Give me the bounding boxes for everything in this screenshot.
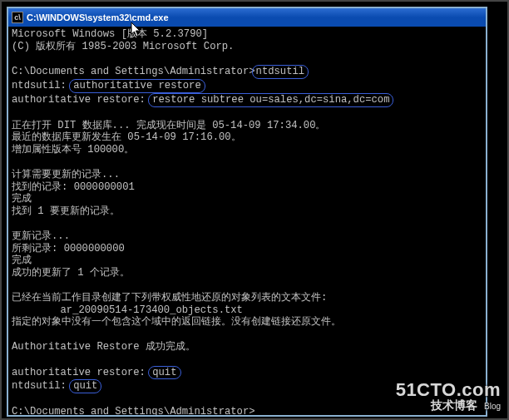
console-line: 增加属性版本号 100000。 — [12, 144, 134, 156]
console-output[interactable]: Microsoft Windows [版本 5.2.3790] (C) 版权所有… — [8, 27, 486, 415]
console-line: ntdsutil: — [12, 380, 67, 392]
console-line: 所剩记录: 0000000000 — [12, 243, 125, 254]
console-line: 更新记录... — [12, 230, 70, 242]
prompt-path: C:\Documents and Settings\Administrator> — [12, 66, 255, 77]
console-line: 已经在当前工作目录创建了下列带权威性地还原的对象列表的文本文件: — [12, 292, 327, 304]
window-title: C:\WINDOWS\system32\cmd.exe — [27, 12, 482, 22]
highlight-quit-1: quit — [148, 366, 180, 380]
console-line: authoritative restore: — [12, 367, 146, 378]
console-line: 找到的记录: 0000000001 — [12, 181, 135, 193]
console-line: Authoritative Restore 成功完成。 — [12, 341, 195, 353]
highlight-restore-subtree: restore subtree ou=sales,dc=sina,dc=com — [148, 93, 393, 107]
titlebar[interactable]: c\ C:\WINDOWS\system32\cmd.exe — [8, 8, 486, 27]
cmd-window: c\ C:\WINDOWS\system32\cmd.exe Microsoft… — [7, 7, 487, 417]
console-line: ntdsutil: — [12, 80, 67, 91]
screenshot-frame: c\ C:\WINDOWS\system32\cmd.exe Microsoft… — [0, 0, 509, 420]
highlight-quit-2: quit — [69, 379, 101, 393]
console-line: Microsoft Windows [版本 5.2.3790] — [12, 28, 208, 40]
cmd-icon: c\ — [12, 12, 23, 23]
highlight-ntdsutil-cmd: ntdsutil — [252, 65, 309, 79]
console-line: 成功的更新了 1 个记录。 — [12, 267, 130, 279]
console-line: 找到 1 要更新的记录。 — [12, 205, 120, 217]
prompt-path: C:\Documents and Settings\Administrator> — [12, 406, 255, 415]
highlight-auth-restore: authoritative restore — [69, 79, 205, 93]
console-line: 正在打开 DIT 数据库... 完成现在时间是 05-14-09 17:34.0… — [12, 120, 325, 131]
console-line: 完成 — [12, 193, 32, 205]
console-line: ar_20090514-173400_objects.txt — [12, 304, 243, 316]
console-line: 最近的数据库更新发生在 05-14-09 17:16.00。 — [12, 131, 241, 143]
console-line: 指定的对象中没有一个包含这个域中的返回链接。没有创建链接还原文件。 — [12, 316, 341, 328]
console-line: 计算需要更新的记录... — [12, 169, 120, 180]
console-line: 完成 — [12, 254, 32, 266]
console-line: (C) 版权所有 1985-2003 Microsoft Corp. — [12, 41, 234, 52]
console-line: authoritative restore: — [12, 94, 146, 106]
